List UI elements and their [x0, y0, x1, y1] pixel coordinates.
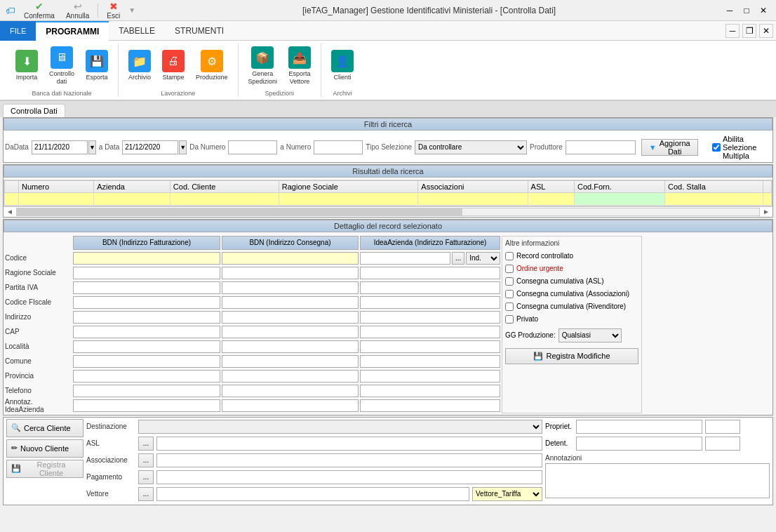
- gg-produzione-select[interactable]: Qualsiasi Lunedì Martedì Mercoledì Giove…: [558, 328, 622, 343]
- associazione-browse-btn[interactable]: ...: [138, 453, 154, 467]
- check-record-controllato[interactable]: Record controllato: [505, 250, 638, 262]
- consegna-riv-cb[interactable]: [505, 302, 514, 311]
- check-consegna-riv[interactable]: Consegna cumulativa (Rivenditore): [505, 300, 638, 313]
- registra-modifiche-button[interactable]: 💾 Registra Modifiche: [505, 348, 638, 364]
- bdn1-prov-input[interactable]: [73, 370, 220, 383]
- idea-cf-input[interactable]: [360, 296, 500, 309]
- propriet-input[interactable]: [576, 420, 702, 434]
- bdn2-ragione-input[interactable]: [222, 267, 359, 279]
- check-consegna-asl[interactable]: Consegna cumulativa (ASL): [505, 275, 638, 288]
- ribbon-restore[interactable]: ❐: [742, 24, 756, 38]
- registra-cliente-button[interactable]: 💾 Registra Cliente: [6, 460, 83, 478]
- annotazioni-textarea[interactable]: [545, 463, 770, 498]
- nuovo-cliente-button[interactable]: ✏ Nuovo Cliente: [6, 439, 83, 458]
- ribbon-stampe[interactable]: 🖨 Stampe: [158, 47, 189, 84]
- scroll-right-btn[interactable]: ►: [763, 208, 772, 216]
- a-data-dropdown[interactable]: ▼: [179, 140, 187, 154]
- menu-tabelle[interactable]: TABELLE: [109, 21, 165, 41]
- bdn2-cf-input[interactable]: [222, 296, 359, 309]
- cancel-quickbtn[interactable]: ↩ Annulla: [63, 0, 92, 21]
- da-data-input[interactable]: [32, 140, 88, 154]
- ribbon-clienti[interactable]: 👤 Clienti: [327, 47, 358, 84]
- tipo-selezione-select[interactable]: Da controllare Tutti Controllati: [415, 140, 527, 154]
- da-data-dropdown[interactable]: ▼: [88, 140, 96, 154]
- ribbon-controllo[interactable]: 🖥 Controllo dati: [45, 44, 79, 88]
- ribbon-genera[interactable]: 📦 Genera Spedizioni: [244, 44, 282, 88]
- bdn1-ragione-input[interactable]: [73, 267, 220, 279]
- idea-comune-input[interactable]: [360, 355, 500, 368]
- cerca-cliente-button[interactable]: 🔍 Cerca Cliente: [6, 419, 83, 437]
- bdn2-cap-input[interactable]: [222, 326, 359, 338]
- menu-programmi[interactable]: PROGRAMMI: [36, 21, 109, 41]
- bdn1-comune-input[interactable]: [73, 355, 220, 368]
- confirm-quickbtn[interactable]: ✔ Conferma: [21, 0, 58, 21]
- bdn1-piva-input[interactable]: [73, 281, 220, 294]
- vettore-browse-btn[interactable]: ...: [138, 487, 154, 501]
- idea-tel-input[interactable]: [360, 385, 500, 397]
- da-numero-input[interactable]: [228, 140, 277, 154]
- record-controllato-cb[interactable]: [505, 252, 514, 260]
- aggiorna-dati-button[interactable]: ▼ Aggiorna Dati: [641, 139, 698, 156]
- close-button[interactable]: ✕: [756, 4, 770, 18]
- idea-loc-input[interactable]: [360, 340, 500, 353]
- idea-ind-select[interactable]: Ind.: [466, 252, 500, 265]
- idea-codice-input[interactable]: [360, 252, 450, 265]
- detent-input2[interactable]: [705, 437, 740, 451]
- bdn1-annotaz-input[interactable]: [73, 399, 220, 412]
- bdn2-piva-input[interactable]: [222, 281, 359, 294]
- a-data-input[interactable]: [122, 140, 178, 154]
- propriet-input2[interactable]: [705, 420, 740, 434]
- pagamento-browse-btn[interactable]: ...: [138, 470, 154, 484]
- abilita-selezione-checkbox[interactable]: [712, 143, 721, 152]
- idea-ragione-input[interactable]: [360, 267, 500, 279]
- bdn2-annotaz-input[interactable]: [222, 399, 359, 412]
- exit-quickbtn[interactable]: ✖ Esci: [104, 0, 123, 21]
- idea-annotaz-input[interactable]: [360, 399, 500, 412]
- bdn2-ind-input[interactable]: [222, 311, 359, 324]
- vettore-input[interactable]: [156, 487, 469, 501]
- results-table-container[interactable]: Numero Azienda Cod. Cliente Ragione Soci…: [4, 180, 772, 206]
- consegna-asl-cb[interactable]: [505, 277, 514, 286]
- idea-piva-input[interactable]: [360, 281, 500, 294]
- check-privato[interactable]: Privato: [505, 313, 638, 326]
- pagamento-input[interactable]: [156, 470, 542, 484]
- bdn2-prov-input[interactable]: [222, 370, 359, 383]
- ribbon-minimize[interactable]: ─: [725, 24, 740, 38]
- ribbon-close[interactable]: ✕: [759, 24, 773, 38]
- check-ordine-urgente[interactable]: Ordine urgente: [505, 262, 638, 275]
- bdn1-cf-input[interactable]: [73, 296, 220, 309]
- menu-file[interactable]: FILE: [0, 21, 36, 41]
- maximize-button[interactable]: □: [740, 4, 754, 18]
- idea-ind-input[interactable]: [360, 311, 500, 324]
- associazione-input[interactable]: [156, 453, 542, 467]
- bdn1-codice-input[interactable]: [73, 252, 220, 265]
- destinazione-select[interactable]: [138, 420, 542, 434]
- bdn1-ind-input[interactable]: [73, 311, 220, 324]
- asl-browse-btn[interactable]: ...: [138, 437, 154, 451]
- check-consegna-assoc[interactable]: Consegna cumulativa (Associazioni): [505, 288, 638, 300]
- detent-input[interactable]: [576, 437, 702, 451]
- bdn2-comune-input[interactable]: [222, 355, 359, 368]
- asl-input[interactable]: [156, 437, 542, 451]
- abilita-selezione-checkbox-label[interactable]: Abilita Selezione Multipla: [712, 135, 771, 160]
- produttore-input[interactable]: [566, 140, 636, 154]
- ribbon-produzione[interactable]: ⚙ Produzione: [192, 47, 232, 84]
- ribbon-archivio[interactable]: 📁 Archivio: [124, 47, 155, 84]
- table-row[interactable]: [5, 192, 772, 205]
- idea-prov-input[interactable]: [360, 370, 500, 383]
- ribbon-esporta[interactable]: 💾 Esporta: [81, 47, 112, 84]
- vettore-tariffa-select[interactable]: Vettore_Tariffa: [472, 487, 542, 501]
- bdn2-codice-input[interactable]: [222, 252, 359, 265]
- bdn2-loc-input[interactable]: [222, 340, 359, 353]
- minimize-button[interactable]: ─: [723, 4, 737, 18]
- a-numero-input[interactable]: [314, 140, 363, 154]
- menu-strumenti[interactable]: STRUMENTI: [165, 21, 234, 41]
- ribbon-importa[interactable]: ⬇ Importa: [11, 47, 42, 84]
- consegna-assoc-cb[interactable]: [505, 290, 514, 298]
- idea-browse-btn[interactable]: ...: [452, 252, 464, 265]
- idea-cap-input[interactable]: [360, 326, 500, 338]
- privato-cb[interactable]: [505, 315, 514, 324]
- bdn2-tel-input[interactable]: [222, 385, 359, 397]
- bdn1-tel-input[interactable]: [73, 385, 220, 397]
- horizontal-scrollbar[interactable]: [16, 208, 760, 216]
